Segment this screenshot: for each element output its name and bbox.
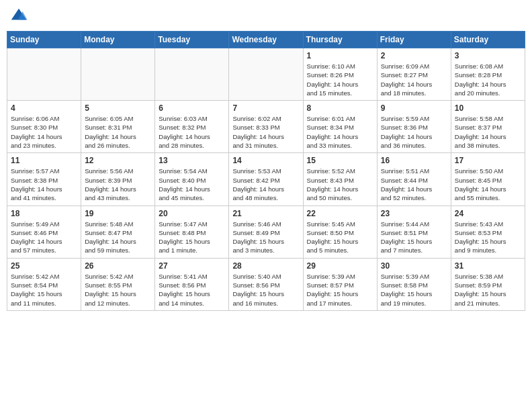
- calendar-table: SundayMondayTuesdayWednesdayThursdayFrid…: [7, 31, 525, 311]
- calendar-cell: 8Sunrise: 6:01 AM Sunset: 8:34 PM Daylig…: [303, 101, 377, 153]
- calendar-cell: 13Sunrise: 5:54 AM Sunset: 8:40 PM Dayli…: [155, 153, 229, 205]
- calendar-cell: 24Sunrise: 5:43 AM Sunset: 8:53 PM Dayli…: [451, 205, 525, 258]
- weekday-header-row: SundayMondayTuesdayWednesdayThursdayFrid…: [7, 32, 525, 48]
- calendar-week-row: 18Sunrise: 5:49 AM Sunset: 8:46 PM Dayli…: [7, 205, 525, 258]
- day-number: 26: [85, 261, 151, 271]
- calendar-week-row: 4Sunrise: 6:06 AM Sunset: 8:30 PM Daylig…: [7, 101, 525, 153]
- day-info: Sunrise: 5:45 AM Sunset: 8:50 PM Dayligh…: [307, 220, 373, 255]
- day-number: 30: [381, 261, 447, 271]
- calendar-week-row: 25Sunrise: 5:42 AM Sunset: 8:54 PM Dayli…: [7, 258, 525, 310]
- day-number: 3: [455, 51, 521, 60]
- calendar-cell: 19Sunrise: 5:48 AM Sunset: 8:47 PM Dayli…: [81, 205, 155, 258]
- day-number: 5: [85, 103, 151, 113]
- calendar-cell: 18Sunrise: 5:49 AM Sunset: 8:46 PM Dayli…: [7, 205, 81, 258]
- day-number: 14: [232, 156, 299, 165]
- day-info: Sunrise: 5:59 AM Sunset: 8:36 PM Dayligh…: [381, 114, 447, 150]
- calendar-cell: 29Sunrise: 5:39 AM Sunset: 8:57 PM Dayli…: [303, 258, 377, 310]
- day-number: 29: [307, 261, 373, 271]
- calendar-cell: 10Sunrise: 5:58 AM Sunset: 8:37 PM Dayli…: [451, 101, 525, 153]
- day-info: Sunrise: 5:41 AM Sunset: 8:56 PM Dayligh…: [159, 272, 225, 308]
- day-info: Sunrise: 5:57 AM Sunset: 8:38 PM Dayligh…: [11, 167, 77, 202]
- calendar-cell: 5Sunrise: 6:05 AM Sunset: 8:31 PM Daylig…: [81, 101, 155, 153]
- day-number: 16: [381, 156, 447, 165]
- weekday-header-friday: Friday: [377, 32, 451, 48]
- calendar-cell: [155, 48, 229, 101]
- day-number: 19: [85, 209, 151, 218]
- day-number: 10: [455, 103, 521, 113]
- day-number: 20: [159, 209, 225, 218]
- calendar-cell: 11Sunrise: 5:57 AM Sunset: 8:38 PM Dayli…: [7, 153, 81, 205]
- day-info: Sunrise: 5:58 AM Sunset: 8:37 PM Dayligh…: [455, 114, 521, 150]
- day-number: 28: [232, 261, 299, 271]
- calendar-cell: 22Sunrise: 5:45 AM Sunset: 8:50 PM Dayli…: [303, 205, 377, 258]
- day-info: Sunrise: 5:52 AM Sunset: 8:43 PM Dayligh…: [307, 167, 373, 202]
- day-number: 8: [307, 103, 373, 113]
- calendar-cell: 6Sunrise: 6:03 AM Sunset: 8:32 PM Daylig…: [155, 101, 229, 153]
- day-info: Sunrise: 6:06 AM Sunset: 8:30 PM Dayligh…: [11, 114, 77, 150]
- calendar-cell: 28Sunrise: 5:40 AM Sunset: 8:56 PM Dayli…: [229, 258, 303, 310]
- day-info: Sunrise: 5:39 AM Sunset: 8:58 PM Dayligh…: [381, 272, 447, 308]
- page-header: [7, 7, 525, 26]
- day-info: Sunrise: 5:44 AM Sunset: 8:51 PM Dayligh…: [381, 220, 447, 255]
- calendar-cell: 14Sunrise: 5:53 AM Sunset: 8:42 PM Dayli…: [229, 153, 303, 205]
- logo-icon: [9, 7, 28, 26]
- day-info: Sunrise: 5:42 AM Sunset: 8:54 PM Dayligh…: [11, 272, 77, 308]
- calendar-cell: 15Sunrise: 5:52 AM Sunset: 8:43 PM Dayli…: [303, 153, 377, 205]
- day-number: 12: [85, 156, 151, 165]
- day-number: 1: [307, 51, 373, 60]
- day-number: 11: [11, 156, 77, 165]
- calendar-cell: 1Sunrise: 6:10 AM Sunset: 8:26 PM Daylig…: [303, 48, 377, 101]
- day-info: Sunrise: 6:03 AM Sunset: 8:32 PM Dayligh…: [159, 114, 225, 150]
- day-info: Sunrise: 6:10 AM Sunset: 8:26 PM Dayligh…: [307, 62, 373, 97]
- day-number: 2: [381, 51, 447, 60]
- day-info: Sunrise: 5:43 AM Sunset: 8:53 PM Dayligh…: [455, 220, 521, 255]
- calendar-cell: 4Sunrise: 6:06 AM Sunset: 8:30 PM Daylig…: [7, 101, 81, 153]
- calendar-cell: 27Sunrise: 5:41 AM Sunset: 8:56 PM Dayli…: [155, 258, 229, 310]
- calendar-cell: 20Sunrise: 5:47 AM Sunset: 8:48 PM Dayli…: [155, 205, 229, 258]
- day-info: Sunrise: 5:39 AM Sunset: 8:57 PM Dayligh…: [307, 272, 373, 308]
- calendar-cell: 31Sunrise: 5:38 AM Sunset: 8:59 PM Dayli…: [451, 258, 525, 310]
- day-info: Sunrise: 5:47 AM Sunset: 8:48 PM Dayligh…: [159, 220, 225, 255]
- day-number: 15: [307, 156, 373, 165]
- day-info: Sunrise: 6:02 AM Sunset: 8:33 PM Dayligh…: [232, 114, 299, 150]
- day-number: 31: [455, 261, 521, 271]
- day-number: 22: [307, 209, 373, 218]
- day-number: 9: [381, 103, 447, 113]
- day-info: Sunrise: 5:50 AM Sunset: 8:45 PM Dayligh…: [455, 167, 521, 202]
- calendar-cell: 2Sunrise: 6:09 AM Sunset: 8:27 PM Daylig…: [377, 48, 451, 101]
- day-info: Sunrise: 5:48 AM Sunset: 8:47 PM Dayligh…: [85, 220, 151, 255]
- day-info: Sunrise: 5:40 AM Sunset: 8:56 PM Dayligh…: [232, 272, 299, 308]
- weekday-header-sunday: Sunday: [7, 32, 81, 48]
- day-info: Sunrise: 6:01 AM Sunset: 8:34 PM Dayligh…: [307, 114, 373, 150]
- calendar-cell: 12Sunrise: 5:56 AM Sunset: 8:39 PM Dayli…: [81, 153, 155, 205]
- calendar-cell: 7Sunrise: 6:02 AM Sunset: 8:33 PM Daylig…: [229, 101, 303, 153]
- day-info: Sunrise: 5:46 AM Sunset: 8:49 PM Dayligh…: [232, 220, 299, 255]
- day-number: 13: [159, 156, 225, 165]
- day-info: Sunrise: 5:38 AM Sunset: 8:59 PM Dayligh…: [455, 272, 521, 308]
- calendar-cell: [7, 48, 81, 101]
- calendar-cell: 30Sunrise: 5:39 AM Sunset: 8:58 PM Dayli…: [377, 258, 451, 310]
- logo: [9, 7, 31, 26]
- day-number: 17: [455, 156, 521, 165]
- calendar-cell: [81, 48, 155, 101]
- calendar-cell: 25Sunrise: 5:42 AM Sunset: 8:54 PM Dayli…: [7, 258, 81, 310]
- day-info: Sunrise: 5:51 AM Sunset: 8:44 PM Dayligh…: [381, 167, 447, 202]
- calendar-cell: 16Sunrise: 5:51 AM Sunset: 8:44 PM Dayli…: [377, 153, 451, 205]
- calendar-cell: 21Sunrise: 5:46 AM Sunset: 8:49 PM Dayli…: [229, 205, 303, 258]
- day-info: Sunrise: 5:53 AM Sunset: 8:42 PM Dayligh…: [232, 167, 299, 202]
- day-number: 24: [455, 209, 521, 218]
- day-number: 7: [232, 103, 299, 113]
- calendar-cell: 17Sunrise: 5:50 AM Sunset: 8:45 PM Dayli…: [451, 153, 525, 205]
- calendar-cell: 23Sunrise: 5:44 AM Sunset: 8:51 PM Dayli…: [377, 205, 451, 258]
- calendar-week-row: 11Sunrise: 5:57 AM Sunset: 8:38 PM Dayli…: [7, 153, 525, 205]
- day-info: Sunrise: 5:42 AM Sunset: 8:55 PM Dayligh…: [85, 272, 151, 308]
- day-number: 23: [381, 209, 447, 218]
- weekday-header-monday: Monday: [81, 32, 155, 48]
- day-info: Sunrise: 6:08 AM Sunset: 8:28 PM Dayligh…: [455, 62, 521, 97]
- day-number: 27: [159, 261, 225, 271]
- calendar-cell: [229, 48, 303, 101]
- calendar-week-row: 1Sunrise: 6:10 AM Sunset: 8:26 PM Daylig…: [7, 48, 525, 101]
- calendar-cell: 9Sunrise: 5:59 AM Sunset: 8:36 PM Daylig…: [377, 101, 451, 153]
- weekday-header-saturday: Saturday: [451, 32, 525, 48]
- day-number: 4: [11, 103, 77, 113]
